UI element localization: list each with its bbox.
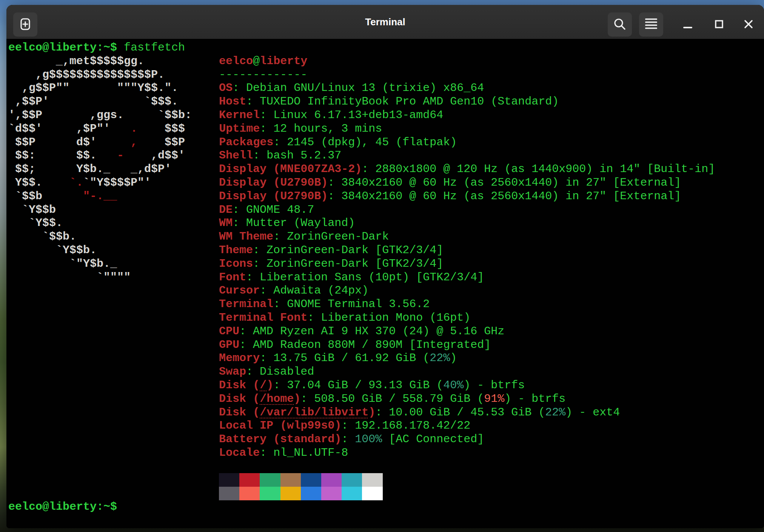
terminal-text-segment: : GNOME 48.7 xyxy=(233,203,314,216)
terminal-line: `$$b. WM Theme: ZorinGreen-Dark xyxy=(8,230,764,244)
terminal-line xyxy=(8,460,764,474)
terminal-text-segment: fastfetch xyxy=(117,41,185,54)
terminal-text-segment xyxy=(8,338,219,351)
palette-swatch xyxy=(362,487,382,500)
palette-swatch xyxy=(239,473,260,487)
terminal-text-segment xyxy=(8,433,219,446)
search-button[interactable] xyxy=(608,12,632,37)
terminal-text-segment: ) xyxy=(266,379,273,392)
terminal-text-segment xyxy=(8,311,219,324)
terminal-text-segment: Y$$. xyxy=(8,176,69,189)
terminal-text-segment: ) - btrfs xyxy=(504,392,565,405)
palette-swatch xyxy=(239,487,260,500)
terminal-text-segment: `. xyxy=(69,176,83,189)
terminal-text-segment: . xyxy=(131,122,137,135)
close-icon xyxy=(743,18,754,31)
terminal-text-segment: DE xyxy=(219,203,233,216)
titlebar[interactable]: Terminal xyxy=(6,5,764,39)
terminal-text-segment: `"Y$$$$P"' xyxy=(83,176,219,189)
terminal-text-segment: ,g$$P"" """Y$$.". xyxy=(8,81,219,94)
terminal-text-segment: Kernel xyxy=(219,109,260,121)
terminal-line: ,g$$P"" """Y$$.". OS: Debian GNU/Linux 1… xyxy=(8,81,764,95)
terminal-text-segment: /home xyxy=(260,392,294,405)
terminal-text-segment: Packages xyxy=(219,136,273,149)
terminal-text-segment: Cursor xyxy=(219,284,260,297)
terminal-text-segment: : ZorinGreen-Dark [GTK2/3/4] xyxy=(253,244,443,257)
terminal-text-segment: `"Y$b._ xyxy=(8,257,219,270)
terminal-text-segment: Uptime xyxy=(219,122,260,135)
terminal-line: Disk (/var/lib/libvirt): 10.00 GiB / 45.… xyxy=(8,406,764,420)
terminal-text-segment: : 3840x2160 @ 60 Hz (as 2560x1440) in 27… xyxy=(328,176,681,189)
terminal-text-segment: WM xyxy=(219,217,233,229)
terminal-text-segment: 40% xyxy=(443,379,464,392)
terminal-text-segment: eelco@liberty:~$ xyxy=(8,500,117,513)
terminal-text-segment xyxy=(117,190,219,203)
terminal-line: Terminal Font: Liberation Mono (16pt) xyxy=(8,311,764,325)
terminal-text-segment: liberty xyxy=(260,55,307,68)
terminal-screen[interactable]: eelco@liberty:~$ fastfetch _,met$$$$$gg.… xyxy=(6,39,764,528)
palette-swatch xyxy=(260,473,280,487)
terminal-text-segment: 22% xyxy=(430,352,450,364)
maximize-icon xyxy=(714,19,724,31)
minimize-button[interactable] xyxy=(680,17,695,32)
terminal-text-segment: $$P d$' xyxy=(8,136,131,149)
hamburger-menu-icon xyxy=(644,18,658,31)
terminal-text-segment: Locale xyxy=(219,446,260,459)
terminal-text-segment: OS xyxy=(219,81,233,94)
terminal-text-segment: : 3840x2160 @ 60 Hz (as 2560x1440) in 27… xyxy=(328,190,681,203)
minimize-icon xyxy=(682,19,693,31)
terminal-line xyxy=(8,487,764,500)
terminal-text-segment: Memory xyxy=(219,352,260,364)
maximize-button[interactable] xyxy=(712,17,727,32)
terminal-line: $$; Y$b._ _,d$P' Display (MNE007ZA3-2): … xyxy=(8,163,764,176)
terminal-text-segment: Theme xyxy=(219,244,253,257)
palette-swatch xyxy=(219,487,239,500)
close-button[interactable] xyxy=(741,17,756,32)
terminal-text-segment xyxy=(8,325,219,338)
terminal-text-segment: `"""" xyxy=(8,271,219,284)
terminal-text-segment: 100% xyxy=(355,433,382,446)
terminal-line: CPU: AMD Ryzen AI 9 HX 370 (24) @ 5.16 G… xyxy=(8,325,764,338)
terminal-text-segment: Local IP (wlp99s0) xyxy=(219,419,341,432)
terminal-line: `"Y$b._ Icons: ZorinGreen-Dark [GTK2/3/4… xyxy=(8,257,764,271)
terminal-text-segment xyxy=(8,446,219,459)
new-tab-icon xyxy=(18,17,32,32)
terminal-text-segment: Terminal xyxy=(219,298,273,311)
palette-swatch xyxy=(362,473,382,487)
terminal-text-segment: "-.__ xyxy=(83,190,117,203)
terminal-line: `$$b "-.__ Display (U2790B): 3840x2160 @… xyxy=(8,190,764,203)
terminal-text-segment: - xyxy=(117,149,124,162)
terminal-line: eelco@liberty:~$ xyxy=(8,500,764,514)
terminal-text-segment: : Mutter (Wayland) xyxy=(233,217,355,229)
terminal-text-segment: : 10.00 GiB / 45.53 GiB ( xyxy=(375,406,545,419)
terminal-text-segment: : AMD Radeon 880M / 890M [Integrated] xyxy=(239,338,491,351)
terminal-text-segment: : Debian GNU/Linux 13 (trixie) x86_64 xyxy=(233,81,484,94)
terminal-text-segment: : ZorinGreen-Dark [GTK2/3/4] xyxy=(253,257,443,270)
terminal-text-segment: eelco@liberty:~$ xyxy=(8,41,117,54)
terminal-text-segment xyxy=(8,352,219,364)
palette-swatch xyxy=(280,487,301,500)
terminal-text-segment: : Adwaita (24px) xyxy=(260,284,368,297)
terminal-line: `Y$$b DE: GNOME 48.7 xyxy=(8,203,764,217)
menu-button[interactable] xyxy=(639,12,663,37)
terminal-text-segment: : 2145 (dpkg), 45 (flatpak) xyxy=(273,136,457,149)
terminal-text-segment: `Y$$b. xyxy=(8,244,219,257)
new-tab-button[interactable] xyxy=(13,12,37,37)
terminal-text-segment: / xyxy=(260,379,266,392)
terminal-line: `d$$' ,$P"' . $$$ Uptime: 12 hours, 3 mi… xyxy=(8,122,764,136)
palette-swatch xyxy=(321,473,342,487)
terminal-text-segment: Swap xyxy=(219,365,246,378)
terminal-text-segment xyxy=(8,419,219,432)
terminal-line: GPU: AMD Radeon 880M / 890M [Integrated] xyxy=(8,338,764,352)
terminal-text-segment: `$$b xyxy=(8,190,83,203)
terminal-line: ,g$$$$$$$$$$$$$$$P. ------------- xyxy=(8,68,764,82)
palette-row xyxy=(219,487,383,500)
terminal-text-segment: Disk ( xyxy=(219,406,260,419)
terminal-text-segment: /var/lib/libvirt xyxy=(260,406,368,419)
terminal-text-segment: ) xyxy=(294,392,300,405)
terminal-text-segment: ) xyxy=(368,406,375,419)
terminal-line: Disk (/): 37.04 GiB / 93.13 GiB (40%) - … xyxy=(8,379,764,392)
terminal-text-segment: : 192.168.178.42/22 xyxy=(341,419,470,432)
terminal-text-segment: Disk ( xyxy=(219,379,260,392)
terminal-line: ,$$P' `$$$. Host: TUXEDO InfinityBook Pr… xyxy=(8,95,764,109)
